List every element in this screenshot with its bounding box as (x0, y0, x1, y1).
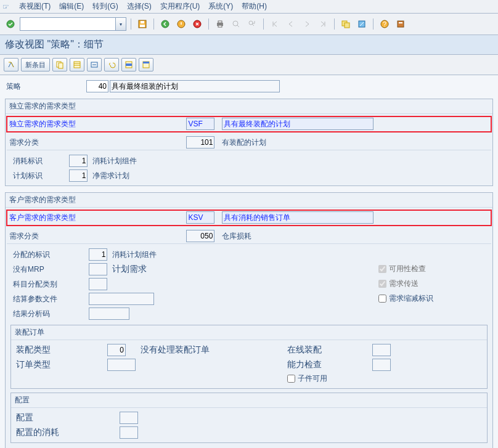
save-icon[interactable] (136, 17, 149, 31)
help-icon[interactable]: ? (378, 17, 391, 31)
undo-icon[interactable] (104, 58, 119, 71)
toggle-display-icon[interactable] (4, 58, 18, 71)
highlight-row-ksv: 客户需求的需求类型 (7, 210, 491, 226)
menu-help[interactable]: 帮助(H) (242, 1, 267, 12)
command-field[interactable] (20, 17, 116, 31)
chk-reduction[interactable] (378, 295, 386, 303)
chk-availability (378, 265, 386, 273)
g1-r3-label: 消耗标识 (13, 157, 43, 165)
copy-as-icon[interactable] (52, 58, 67, 71)
svg-rect-24 (126, 63, 132, 66)
g2-r2-code (186, 230, 214, 242)
svg-rect-21 (74, 62, 80, 68)
subgroup-assembly: 装配订单 装配类型 没有处理装配订单 在线装配 订单类型 (10, 325, 488, 389)
svg-point-4 (161, 20, 169, 28)
g2-r1-desc (222, 211, 374, 224)
ok-icon[interactable] (4, 17, 17, 31)
g3-c2-label: 能力检查 (287, 359, 322, 369)
variant-icon[interactable] (70, 58, 84, 71)
g2-r5-code[interactable] (89, 278, 107, 290)
g2-r6-code[interactable] (89, 293, 154, 305)
strategy-desc-field (110, 80, 280, 92)
last-icon (316, 17, 330, 31)
find-next-icon (245, 17, 259, 31)
g2-r7-code[interactable] (89, 307, 129, 320)
strategy-code-field[interactable] (86, 80, 108, 92)
strategy-label: 策略 (6, 81, 86, 92)
back-icon[interactable] (158, 17, 172, 31)
g3-r1-code[interactable] (107, 344, 126, 356)
g3-c1-code[interactable] (372, 344, 391, 356)
g3-r1-label: 装配类型 (16, 344, 51, 354)
menu-select[interactable]: 选择(S) (127, 1, 152, 12)
g1-r4-desc: 净需求计划 (92, 171, 129, 180)
menu-bar: ☞ 表视图(T) 编辑(E) 转到(G) 选择(S) 实用程序(U) 系统(Y)… (0, 0, 498, 14)
menu-utilities[interactable]: 实用程序(U) (160, 1, 200, 12)
find-icon (229, 17, 243, 31)
g3-r1-desc: 没有处理装配订单 (141, 344, 210, 354)
new-session-icon[interactable] (339, 17, 353, 31)
chk-availability-label: 可用性检查 (389, 264, 426, 274)
g2-r2-label: 需求分类 (9, 232, 39, 240)
g2-r3-code (89, 248, 107, 261)
chk-component-avail-label: 子件可用 (298, 373, 327, 384)
menu-table-view[interactable]: 表视图(T) (19, 1, 51, 12)
subgroup-configuration: 配置 配置 配置的消耗 (10, 393, 488, 443)
system-toolbar: ▾ ? (0, 14, 498, 35)
g2-r1-code[interactable] (186, 211, 214, 224)
g3-c2-code[interactable] (372, 359, 391, 371)
svg-rect-9 (218, 25, 222, 27)
app-toolbar: 新条目 (0, 55, 498, 75)
layout-icon[interactable] (394, 17, 407, 31)
content-area: 策略 独立需求的需求类型 独立需求的需求类型 需求分类 有装配的计划 (0, 75, 498, 448)
svg-rect-17 (398, 21, 404, 27)
new-entries-button[interactable]: 新条目 (21, 58, 50, 71)
chk-reqtransfer-label: 需求传送 (389, 279, 418, 289)
svg-rect-13 (345, 23, 349, 28)
g2-r4-code[interactable] (89, 263, 107, 275)
subgroup-assembly-title: 装配订单 (11, 325, 487, 340)
g1-r1-code[interactable] (186, 118, 214, 130)
chk-reduction-label: 需求缩减标识 (389, 293, 433, 304)
svg-rect-26 (143, 62, 149, 63)
g2-r6-label: 结算参数文件 (13, 294, 87, 304)
g2-r3-desc: 消耗计划组件 (112, 250, 157, 259)
g1-r2-label: 需求分类 (9, 138, 39, 147)
g1-r1-label: 独立需求的需求类型 (9, 120, 76, 128)
first-icon (268, 17, 282, 31)
g3-r2-code[interactable] (107, 359, 136, 371)
delimit-icon[interactable] (87, 58, 102, 71)
g1-r2-code (186, 136, 214, 149)
g1-r4-label: 计划标识 (13, 171, 43, 180)
svg-rect-2 (140, 25, 145, 27)
print-icon[interactable] (213, 17, 227, 31)
chk-component-avail[interactable] (287, 375, 295, 383)
g4-r2-code[interactable] (120, 426, 138, 439)
g1-r2-desc: 有装配的计划 (222, 138, 266, 147)
delete-row-icon[interactable] (121, 58, 136, 71)
g1-r1-desc (222, 118, 374, 130)
menu-goto[interactable]: 转到(G) (92, 1, 118, 12)
menu-edit[interactable]: 编辑(E) (59, 1, 84, 12)
g4-r1-code[interactable] (120, 412, 138, 424)
next-icon (300, 17, 314, 31)
svg-rect-20 (59, 63, 63, 68)
cancel-icon[interactable] (190, 17, 204, 31)
g2-r3-label: 分配的标识 (13, 250, 87, 260)
menu-system[interactable]: 系统(Y) (208, 1, 233, 12)
menu-indicator-icon: ☞ (2, 2, 9, 11)
chk-reqtransfer (378, 280, 386, 288)
exit-icon[interactable] (174, 17, 188, 31)
svg-rect-18 (399, 22, 402, 23)
g2-r1-label: 客户需求的需求类型 (9, 213, 76, 222)
table-settings-icon[interactable] (139, 58, 153, 71)
group-customer-requirements: 客户需求的需求类型 客户需求的需求类型 需求分类 仓库损耗 (5, 192, 493, 448)
g2-r4-desc: 计划需求 (112, 264, 147, 274)
g2-r7-label: 结果分析码 (13, 309, 87, 319)
g3-r2-label: 订单类型 (16, 359, 51, 369)
g2-r4-label: 没有MRP (13, 264, 87, 275)
shortcut-icon[interactable] (355, 17, 369, 31)
g2-r5-label: 科目分配类别 (13, 279, 87, 290)
command-dropdown-icon[interactable]: ▾ (116, 17, 126, 31)
prev-icon (284, 17, 298, 31)
